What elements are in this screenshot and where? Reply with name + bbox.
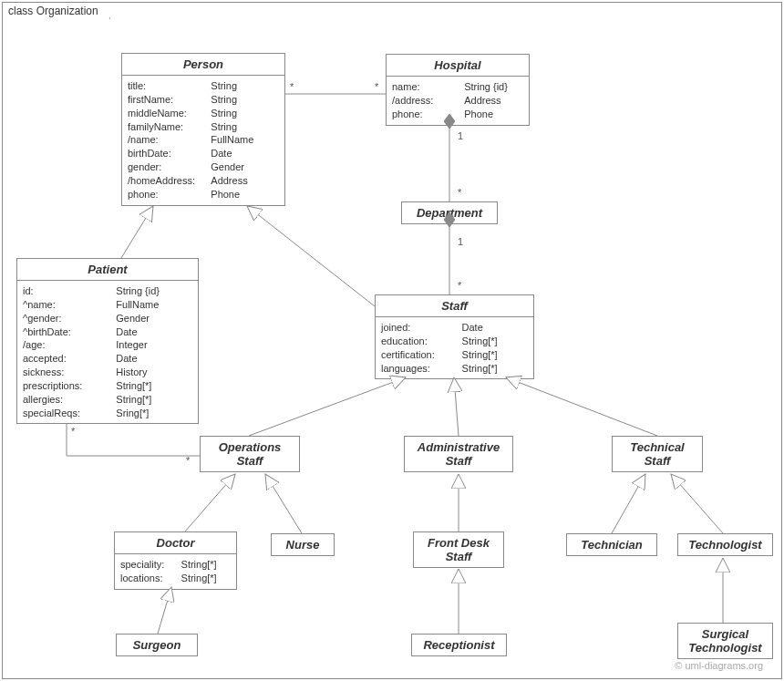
class-doctor-attrs: speciality:String[*] locations:String[*]	[115, 554, 236, 589]
svg-line-5	[249, 377, 406, 436]
mult-dept-staff-bot: *	[458, 280, 461, 291]
class-person-title: Person	[122, 54, 284, 76]
svg-line-8	[185, 474, 235, 531]
svg-line-13	[158, 587, 171, 634]
frame-organization: class Organization Person title:String f…	[2, 2, 782, 679]
svg-line-6	[454, 377, 459, 436]
class-patient: Patient id:String {id} ^name:FullName ^g…	[16, 258, 199, 424]
svg-line-11	[612, 474, 645, 533]
mult-hospital-dept-top: 1	[458, 130, 463, 141]
svg-line-12	[671, 474, 723, 533]
mult-patient-ops-left: *	[71, 426, 75, 437]
class-front-desk-staff: Front DeskStaff	[413, 531, 504, 568]
class-receptionist: Receptionist	[411, 634, 507, 656]
watermark: © uml-diagrams.org	[675, 660, 763, 671]
class-surgical-technologist: SurgicalTechnologist	[677, 623, 773, 659]
svg-line-3	[121, 206, 153, 258]
class-technician: Technician	[566, 533, 657, 556]
class-front-desk-staff-title: Front DeskStaff	[414, 532, 503, 567]
class-patient-attrs: id:String {id} ^name:FullName ^gender:Ge…	[17, 281, 198, 423]
mult-person-hospital-right: *	[375, 81, 378, 92]
class-operations-staff: OperationsStaff	[200, 436, 300, 472]
mult-hospital-dept-bot: *	[458, 187, 461, 198]
mult-patient-ops-right: *	[186, 455, 190, 466]
class-surgical-technologist-title: SurgicalTechnologist	[678, 624, 772, 658]
class-hospital: Hospital name:String {id} /address:Addre…	[386, 54, 530, 126]
svg-line-4	[247, 206, 375, 306]
class-surgeon-title: Surgeon	[117, 635, 197, 655]
class-staff: Staff joined:Date education:String[*] ce…	[375, 294, 534, 379]
class-receptionist-title: Receptionist	[412, 635, 506, 655]
class-staff-title: Staff	[376, 295, 533, 317]
class-doctor-title: Doctor	[115, 532, 236, 554]
class-technician-title: Technician	[567, 534, 656, 555]
mult-dept-staff-top: 1	[458, 236, 463, 247]
class-department: Department	[401, 201, 498, 224]
class-hospital-attrs: name:String {id} /address:Address phone:…	[387, 77, 529, 125]
class-administrative-staff: AdministrativeStaff	[404, 436, 513, 472]
class-surgeon: Surgeon	[116, 634, 198, 656]
class-technical-staff-title: TechnicalStaff	[613, 437, 702, 471]
class-department-title: Department	[402, 202, 497, 223]
class-hospital-title: Hospital	[387, 55, 529, 77]
class-person: Person title:String firstName:String mid…	[121, 53, 285, 206]
class-staff-attrs: joined:Date education:String[*] certific…	[376, 317, 533, 378]
class-patient-title: Patient	[17, 259, 198, 281]
class-administrative-staff-title: AdministrativeStaff	[405, 437, 512, 471]
svg-line-7	[506, 377, 657, 436]
class-nurse: Nurse	[271, 533, 335, 556]
class-technologist: Technologist	[677, 533, 773, 556]
class-doctor: Doctor speciality:String[*] locations:St…	[114, 531, 237, 590]
svg-line-9	[265, 474, 302, 533]
class-nurse-title: Nurse	[272, 534, 334, 555]
class-technical-staff: TechnicalStaff	[612, 436, 703, 472]
mult-person-hospital-left: *	[290, 81, 294, 92]
class-person-attrs: title:String firstName:String middleName…	[122, 76, 284, 205]
class-technologist-title: Technologist	[678, 534, 772, 555]
frame-label: class Organization	[2, 2, 110, 19]
class-operations-staff-title: OperationsStaff	[201, 437, 299, 471]
